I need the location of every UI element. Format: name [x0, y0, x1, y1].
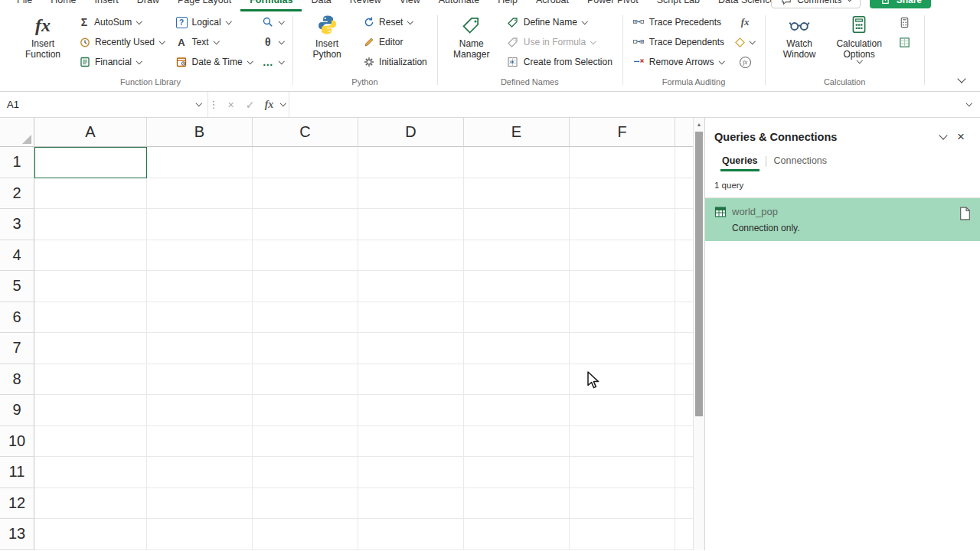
calculate-sheet-button[interactable]	[890, 32, 918, 52]
cell-E9[interactable]	[464, 395, 570, 426]
cell-E6[interactable]	[464, 302, 570, 334]
define-name-button[interactable]: Define Name	[503, 12, 616, 32]
column-header-B[interactable]: B	[147, 118, 253, 147]
menu-tab-draw[interactable]: Draw	[128, 0, 168, 11]
row-header-11[interactable]: 11	[0, 457, 34, 488]
tab-connections[interactable]: Connections	[766, 155, 835, 171]
lookup-reference-button[interactable]	[259, 12, 286, 32]
row-header-7[interactable]: 7	[0, 333, 34, 364]
cancel-button[interactable]: ×	[222, 99, 240, 111]
calculation-options-button[interactable]: Calculation Options	[831, 11, 887, 62]
cell-B11[interactable]	[147, 457, 253, 488]
cell-E1[interactable]	[464, 147, 570, 178]
cell-B13[interactable]	[147, 519, 253, 550]
menu-tab-help[interactable]: Help	[488, 0, 527, 11]
cell-E5[interactable]	[464, 271, 570, 302]
cell-F9[interactable]	[570, 395, 675, 426]
menu-tab-view[interactable]: View	[390, 0, 430, 11]
column-header-F[interactable]: F	[570, 118, 675, 147]
row-header-3[interactable]: 3	[0, 209, 34, 240]
financial-button[interactable]: Financial	[74, 52, 168, 72]
menu-tab-acrobat[interactable]: Acrobat	[527, 0, 578, 11]
menu-tab-page-layout[interactable]: Page Layout	[168, 0, 240, 11]
insert-function-button[interactable]: fx Insert Function	[15, 11, 71, 60]
cell-D3[interactable]	[358, 209, 464, 240]
cell-C1[interactable]	[253, 147, 358, 178]
calculate-now-button[interactable]	[890, 12, 918, 32]
insert-python-button[interactable]: Insert Python	[299, 11, 355, 60]
cell-B6[interactable]	[147, 302, 253, 334]
column-header-A[interactable]: A	[34, 118, 147, 147]
cell-F4[interactable]	[570, 240, 675, 272]
cell-E8[interactable]	[464, 364, 570, 396]
query-item-world-pop[interactable]: world_pop Connection only.	[705, 198, 980, 241]
cell-B1[interactable]	[147, 147, 253, 178]
row-header-6[interactable]: 6	[0, 302, 34, 334]
cell-B12[interactable]	[147, 488, 253, 520]
create-from-selection-button[interactable]: Create from Selection	[503, 52, 616, 72]
row-header-5[interactable]: 5	[0, 271, 34, 302]
select-all-corner[interactable]	[0, 118, 34, 147]
error-checking-button[interactable]	[731, 32, 759, 52]
cell-E7[interactable]	[464, 333, 570, 364]
watch-window-button[interactable]: Watch Window	[771, 11, 828, 60]
cell-C12[interactable]	[253, 488, 358, 520]
logical-button[interactable]: ? Logical	[172, 12, 256, 32]
cell-E2[interactable]	[464, 178, 570, 210]
cell-B8[interactable]	[147, 364, 253, 396]
menu-tab-data[interactable]: Data	[302, 0, 340, 11]
cell-D6[interactable]	[358, 302, 464, 334]
menu-tab-home[interactable]: Home	[41, 0, 85, 11]
cell-D7[interactable]	[358, 333, 464, 364]
cell-C10[interactable]	[253, 426, 358, 458]
name-box-resizer[interactable]: ⋮	[208, 92, 219, 117]
cell-F3[interactable]	[570, 209, 675, 240]
cell-C8[interactable]	[253, 364, 358, 396]
cell-A7[interactable]	[34, 333, 147, 364]
cell-F13[interactable]	[570, 519, 675, 550]
autosum-button[interactable]: Σ AutoSum	[74, 12, 168, 32]
math-trig-button[interactable]: θ	[259, 32, 286, 52]
row-header-13[interactable]: 13	[0, 519, 34, 550]
cell-E10[interactable]	[464, 426, 570, 458]
cell-A6[interactable]	[34, 302, 147, 334]
column-header-E[interactable]: E	[464, 118, 570, 147]
cell-D2[interactable]	[358, 178, 464, 210]
cell-C11[interactable]	[253, 457, 358, 488]
scroll-up-arrow[interactable]: ▲	[694, 118, 704, 130]
name-manager-button[interactable]: Name Manager	[443, 11, 500, 60]
row-header-4[interactable]: 4	[0, 240, 34, 272]
cell-C9[interactable]	[253, 395, 358, 426]
share-button[interactable]: Share	[870, 0, 931, 8]
comments-button[interactable]: Comments	[771, 0, 861, 8]
row-header-1[interactable]: 1	[0, 147, 34, 178]
cell-D4[interactable]	[358, 240, 464, 272]
menu-tab-review[interactable]: Review	[341, 0, 390, 11]
cell-B9[interactable]	[147, 395, 253, 426]
name-box[interactable]: A1	[0, 92, 208, 117]
cell-A13[interactable]	[34, 519, 147, 550]
cell-C13[interactable]	[253, 519, 358, 550]
cell-E13[interactable]	[464, 519, 570, 550]
column-header-D[interactable]: D	[358, 118, 464, 147]
cell-C5[interactable]	[253, 271, 358, 302]
enter-button[interactable]: ✓	[241, 99, 259, 111]
query-worksheet-icon[interactable]	[959, 207, 971, 223]
row-header-2[interactable]: 2	[0, 178, 34, 210]
cell-D9[interactable]	[358, 395, 464, 426]
cell-A4[interactable]	[34, 240, 147, 272]
scrollbar-thumb[interactable]	[695, 132, 703, 416]
menu-tab-automate[interactable]: Automate	[430, 0, 489, 11]
formula-input[interactable]	[289, 92, 958, 117]
tab-queries[interactable]: Queries	[714, 155, 766, 171]
cell-A8[interactable]	[34, 364, 147, 396]
cell-F5[interactable]	[570, 271, 675, 302]
column-header-C[interactable]: C	[253, 118, 358, 147]
cell-F12[interactable]	[570, 488, 675, 520]
cell-B7[interactable]	[147, 333, 253, 364]
cell-F10[interactable]	[570, 426, 675, 458]
cell-C3[interactable]	[253, 209, 358, 240]
cell-E11[interactable]	[464, 457, 570, 488]
cell-D8[interactable]	[358, 364, 464, 396]
cell-A9[interactable]	[34, 395, 147, 426]
